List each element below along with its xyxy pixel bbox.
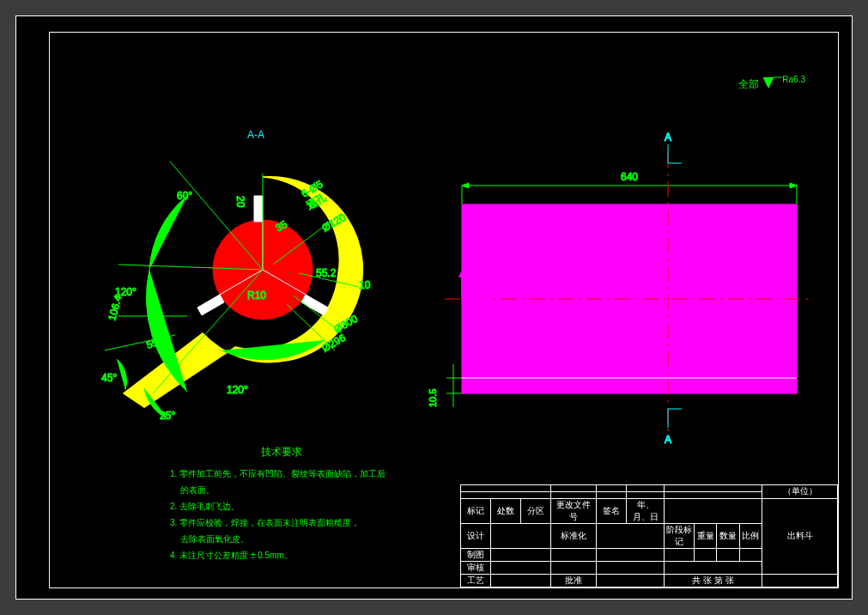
dim-60: 60° <box>177 190 192 202</box>
tb-row-change: 更改文件号 <box>551 498 597 523</box>
title-block: （单位） 标记 处数 分区 更改文件号 签名 年、月、日 出料斗 <box>460 484 838 588</box>
dim-20: 20 <box>234 196 246 208</box>
tb-unit: （单位） <box>762 485 838 499</box>
tb-row-zone: 分区 <box>521 498 551 523</box>
dim-r10: R10 <box>247 289 266 301</box>
dim-640: 640 <box>621 171 638 183</box>
tb-std: 标准化 <box>551 523 597 548</box>
tb-partname: 出料斗 <box>762 498 838 574</box>
cad-outer-frame: 全部 Ra6.3 A-A <box>15 15 853 600</box>
dim-120b: 120° <box>227 384 248 396</box>
note-2: 2. 去除毛刺飞边。 <box>170 498 393 515</box>
tb-scale: 比例 <box>739 523 762 548</box>
tb-stage: 阶段标记 <box>665 523 695 548</box>
tb-proc: 工艺 <box>461 575 491 588</box>
tb-weight: 重量 <box>695 523 717 548</box>
tech-notes: 技术要求 1. 零件加工前先，不应有凹陷、裂纹等表面缺陷，加工后 的表面。 2.… <box>170 442 393 563</box>
right-view: 640 <box>428 119 831 462</box>
section-a-bot: A <box>665 434 671 446</box>
note-3: 3. 零件应校验，焊接，在表面未注明表面粗糙度， <box>170 515 393 531</box>
dim-10: 10 <box>359 279 371 291</box>
note-1: 1. 零件加工前先，不应有凹陷、裂纹等表面缺陷，加工后 <box>170 466 393 482</box>
tb-sheet: 共 张 第 张 <box>665 575 762 588</box>
note-3b: 去除表面氧化皮。 <box>170 531 393 547</box>
roughness-value: Ra6.3 <box>782 75 805 84</box>
dim-45: 45° <box>101 372 117 384</box>
note-1b: 的表面。 <box>170 482 393 498</box>
roughness-box: 全部 Ra6.3 <box>738 76 805 92</box>
left-view: 60° 120° 120° 25° 45° R10 Ø120 Ø300 Ø296… <box>67 136 436 445</box>
dim-552a: 55.2 <box>316 267 337 279</box>
tb-row-count: 处数 <box>491 498 521 523</box>
notes-header: 技术要求 <box>170 442 393 462</box>
note-4: 4. 未注尺寸公差精度 ± 0.5mm。 <box>170 547 393 563</box>
dim-1064: 106.4 <box>106 294 124 322</box>
tb-check: 审核 <box>461 561 491 574</box>
tb-qty: 数量 <box>717 523 739 548</box>
tb-approve: 批准 <box>551 575 597 588</box>
tb-draw: 制图 <box>461 548 491 561</box>
dim-25: 25° <box>160 410 175 422</box>
tb-row-date: 年、月、日 <box>627 498 665 523</box>
cad-inner-frame: 全部 Ra6.3 A-A <box>49 32 839 588</box>
dim-10-5: 10.5 <box>428 389 438 407</box>
roughness-prefix: 全部 <box>738 78 759 90</box>
section-a-top: A <box>665 131 671 143</box>
tb-row-sign: 签名 <box>597 498 627 523</box>
tb-row-mark: 标记 <box>461 498 491 523</box>
tb-design: 设计 <box>461 523 491 548</box>
